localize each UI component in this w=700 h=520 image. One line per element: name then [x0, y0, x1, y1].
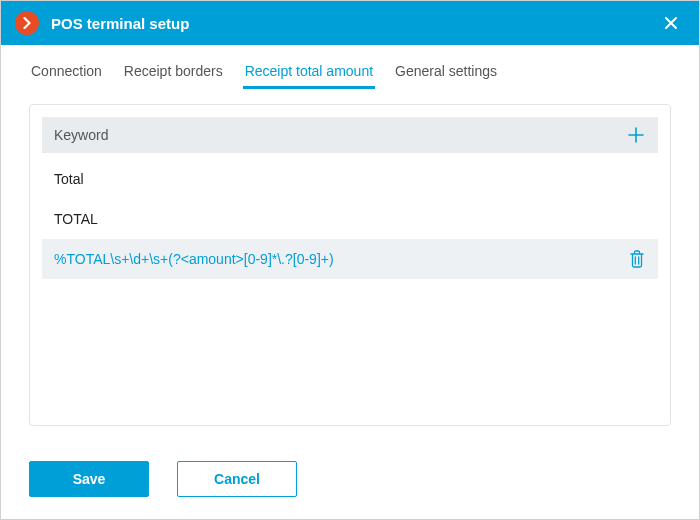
button-label: Save: [73, 471, 106, 487]
add-keyword-button[interactable]: [624, 123, 648, 147]
footer: Save Cancel: [1, 443, 699, 519]
tab-receipt-total-amount[interactable]: Receipt total amount: [243, 57, 375, 89]
keyword-list: Total TOTAL %TOTAL: [42, 153, 658, 279]
tab-receipt-borders[interactable]: Receipt borders: [122, 57, 225, 89]
tab-label: Receipt total amount: [245, 63, 373, 79]
keyword-row[interactable]: %TOTAL\s+\d+\s+(?<amount>[0-9]*\.?[0-9]+…: [42, 239, 658, 279]
tab-general-settings[interactable]: General settings: [393, 57, 499, 89]
chevron-right-icon: [21, 17, 33, 29]
app-logo: [15, 11, 39, 35]
keyword-row[interactable]: TOTAL: [42, 199, 658, 239]
tab-label: Connection: [31, 63, 102, 79]
plus-icon: [627, 126, 645, 144]
keyword-text: %TOTAL\s+\d+\s+(?<amount>[0-9]*\.?[0-9]+…: [54, 251, 626, 267]
keyword-header: Keyword: [42, 117, 658, 153]
trash-icon: [629, 250, 645, 268]
close-icon: [664, 16, 678, 30]
cancel-button[interactable]: Cancel: [177, 461, 297, 497]
keyword-text: TOTAL: [54, 211, 648, 227]
delete-keyword-button[interactable]: [626, 248, 648, 270]
save-button[interactable]: Save: [29, 461, 149, 497]
tab-bar: Connection Receipt borders Receipt total…: [1, 45, 699, 90]
keyword-panel: Keyword Total TOTAL: [29, 104, 671, 426]
tab-connection[interactable]: Connection: [29, 57, 104, 89]
tab-label: Receipt borders: [124, 63, 223, 79]
keyword-header-label: Keyword: [54, 127, 108, 143]
titlebar: POS terminal setup: [1, 1, 699, 45]
keyword-row[interactable]: Total: [42, 159, 658, 199]
dialog: POS terminal setup Connection Receipt bo…: [0, 0, 700, 520]
tab-label: General settings: [395, 63, 497, 79]
content-area: Keyword Total TOTAL: [1, 90, 699, 443]
button-label: Cancel: [214, 471, 260, 487]
keyword-text: Total: [54, 171, 648, 187]
close-button[interactable]: [657, 9, 685, 37]
dialog-title: POS terminal setup: [51, 15, 657, 32]
